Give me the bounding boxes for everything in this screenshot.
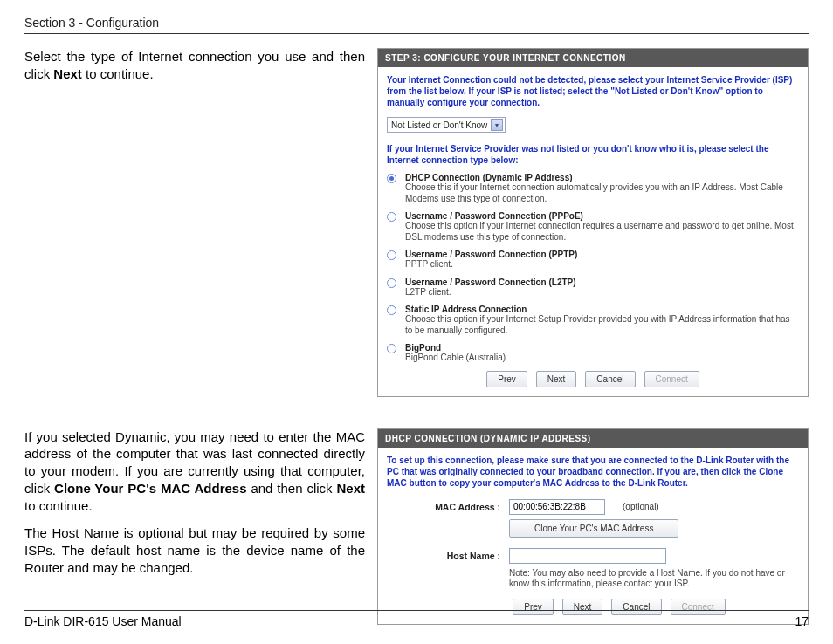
option-dhcp[interactable]: DHCP Connection (Dynamic IP Address) Cho… [387,173,799,204]
option-static[interactable]: Static IP Address Connection Choose this… [387,305,799,336]
clone-mac-button[interactable]: Clone Your PC's MAC Address [509,519,678,538]
mac-optional-hint: (optional) [623,502,659,511]
option-desc: Choose this option if your Internet Setu… [405,314,799,336]
section-header: Section 3 - Configuration [24,16,809,34]
host-input[interactable] [509,548,666,564]
text: and then click [247,481,337,496]
option-pppoe[interactable]: Username / Password Connection (PPPoE) C… [387,211,799,243]
row-step3: Select the type of Internet connection y… [24,48,809,397]
instruction-dhcp: If you selected Dynamic, you may need to… [24,428,365,625]
radio-icon[interactable] [387,305,396,315]
radio-icon[interactable] [387,250,396,260]
instruction-step3: Select the type of Internet connection y… [24,48,365,397]
page-footer: D-Link DIR-615 User Manual 17 [24,610,809,628]
panel-title: STEP 3: CONFIGURE YOUR INTERNET CONNECTI… [378,49,808,67]
radio-icon[interactable] [387,212,396,222]
row-dhcp: If you selected Dynamic, you may need to… [24,428,809,625]
option-title: Static IP Address Connection [405,305,799,314]
option-desc: Choose this option if your Internet conn… [405,221,799,243]
option-title: DHCP Connection (Dynamic IP Address) [405,173,799,182]
text-hostname-info: The Host Name is optional but may be req… [24,524,365,576]
option-desc: BigPond Cable (Australia) [405,353,799,364]
panel-sub-intro: If your Internet Service Provider was no… [387,143,799,166]
text: to continue. [82,66,154,81]
option-pptp[interactable]: Username / Password Connection (PPTP) PP… [387,250,799,271]
option-desc: L2TP client. [405,287,799,298]
isp-select-value: Not Listed or Don't Know [391,120,487,130]
text-bold-clone: Clone Your PC's MAC Address [54,481,246,496]
panel-dhcp: DHCP CONNECTION (DYNAMIC IP ADDRESS) To … [377,428,809,625]
panel-intro: To set up this connection, please make s… [387,455,799,489]
panel-title: DHCP CONNECTION (DYNAMIC IP ADDRESS) [378,429,808,448]
option-title: Username / Password Connection (PPPoE) [405,211,799,221]
option-l2tp[interactable]: Username / Password Connection (L2TP) L2… [387,277,799,298]
isp-select[interactable]: Not Listed or Don't Know ▾ [387,117,506,133]
text-bold-next: Next [336,481,365,496]
option-title: Username / Password Connection (L2TP) [405,277,799,287]
option-title: BigPond [405,343,799,353]
option-desc: Choose this if your Internet connection … [405,182,799,204]
radio-icon[interactable] [387,174,396,183]
next-button[interactable]: Next [536,371,577,387]
text-bold-next: Next [53,66,82,81]
connect-button: Connect [644,371,699,387]
prev-button[interactable]: Prev [486,371,527,387]
host-note: Note: You may also need to provide a Hos… [509,568,799,590]
option-desc: PPTP client. [405,259,799,271]
mac-input[interactable] [509,499,605,515]
footer-manual: D-Link DIR-615 User Manual [24,614,182,628]
cancel-button[interactable]: Cancel [585,371,635,387]
text: to continue. [24,498,93,513]
option-title: Username / Password Connection (PPTP) [405,250,799,259]
mac-label: MAC Address : [387,502,500,512]
host-label: Host Name : [387,551,500,561]
panel-step3: STEP 3: CONFIGURE YOUR INTERNET CONNECTI… [377,48,809,397]
option-bigpond[interactable]: BigPond BigPond Cable (Australia) [387,343,799,364]
chevron-down-icon: ▾ [491,119,503,131]
footer-page: 17 [795,614,809,628]
radio-icon[interactable] [387,278,396,288]
radio-icon[interactable] [387,344,396,353]
panel-intro: Your Internet Connection could not be de… [387,74,799,108]
